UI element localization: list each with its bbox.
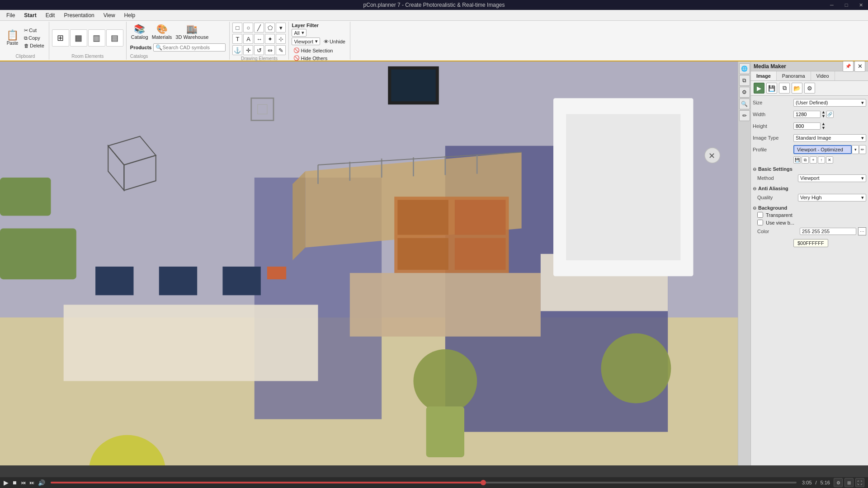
- room-el-3[interactable]: ▥: [88, 29, 105, 47]
- tab-image[interactable]: Image: [751, 71, 777, 80]
- image-type-dropdown[interactable]: Standard Image ▾: [793, 134, 866, 142]
- draw-dim[interactable]: ↔: [254, 34, 264, 44]
- copy-button[interactable]: ⧉ Copy: [22, 35, 46, 42]
- volume-button[interactable]: 🔊: [38, 479, 45, 486]
- pst-1[interactable]: 💾: [793, 156, 801, 164]
- play-button[interactable]: ▶: [4, 479, 9, 486]
- minimize-button[interactable]: ─: [825, 0, 839, 10]
- panel-pin-button[interactable]: 📌: [843, 61, 854, 72]
- draw-anchor[interactable]: ⚓: [232, 45, 242, 55]
- menu-edit[interactable]: Edit: [41, 10, 60, 20]
- menu-view[interactable]: View: [99, 10, 120, 20]
- room-el-4[interactable]: ▤: [106, 29, 123, 47]
- panel-close-button[interactable]: ✕: [854, 61, 865, 72]
- panel-body: Size (User Defined) ▾ Width ▲ ▼ 🔗 Height: [751, 96, 868, 465]
- profile-edit[interactable]: ✏: [859, 145, 866, 154]
- height-down[interactable]: ▼: [821, 126, 826, 130]
- draw-t1[interactable]: T: [232, 34, 242, 44]
- render-play-button[interactable]: ▶: [754, 83, 764, 94]
- media-maker-panel: Media Maker 📌 ✕ Image Panorama Video ▶ 💾…: [750, 61, 868, 465]
- draw-more[interactable]: ▾: [276, 23, 286, 33]
- render-save-button[interactable]: 💾: [766, 83, 777, 94]
- menu-start[interactable]: Start: [19, 10, 41, 20]
- status-settings3[interactable]: ⛶: [855, 478, 864, 487]
- status-settings2[interactable]: ⊞: [844, 478, 854, 487]
- width-input[interactable]: [793, 111, 821, 118]
- rt-settings[interactable]: ⚙: [739, 87, 750, 98]
- background-header[interactable]: ⊖ Background: [753, 205, 866, 211]
- rt-layers[interactable]: ⧉: [739, 75, 750, 86]
- width-down[interactable]: ▼: [821, 114, 826, 118]
- svg-rect-19: [267, 267, 286, 279]
- draw-rect[interactable]: □: [232, 23, 242, 33]
- draw-rotate[interactable]: ↺: [254, 45, 264, 55]
- viewport-dropdown[interactable]: Viewport ▾: [292, 38, 320, 45]
- hide-selection-button[interactable]: 🚫 Hide Selection: [292, 47, 347, 54]
- menu-file[interactable]: File: [2, 10, 19, 20]
- pst-4[interactable]: ↑: [818, 156, 825, 164]
- rt-search[interactable]: 🔍: [739, 99, 750, 109]
- method-dropdown[interactable]: Viewport ▾: [798, 174, 866, 182]
- svg-rect-38: [455, 238, 506, 270]
- delete-button[interactable]: 🗑 Delete: [22, 42, 46, 49]
- panel-title-bar: Media Maker 📌 ✕: [751, 61, 868, 71]
- render-settings-button[interactable]: ⚙: [804, 83, 815, 94]
- unhide-button[interactable]: 👁 Unhide: [322, 38, 347, 45]
- draw-t2[interactable]: A: [243, 34, 253, 44]
- room-el-1[interactable]: ⊞: [52, 29, 69, 47]
- profile-arrow[interactable]: ▾: [852, 145, 859, 154]
- progress-thumb[interactable]: [481, 480, 486, 485]
- pst-3[interactable]: +: [810, 156, 817, 164]
- room-el-2[interactable]: ▦: [70, 29, 87, 47]
- draw-icon2[interactable]: ⊹: [276, 34, 286, 44]
- warehouse-button[interactable]: 🏬 3D Warehouse: [175, 23, 209, 41]
- pst-5[interactable]: ✕: [826, 156, 833, 164]
- paste-button[interactable]: 📋 Paste: [5, 29, 20, 47]
- tab-video[interactable]: Video: [811, 71, 835, 80]
- progress-bar[interactable]: [51, 482, 797, 483]
- height-input[interactable]: [793, 122, 821, 130]
- size-dropdown[interactable]: (User Defined) ▾: [793, 99, 866, 107]
- width-row: Width ▲ ▼ 🔗: [753, 109, 866, 119]
- color-picker-button[interactable]: ⋯: [858, 227, 866, 235]
- transparent-checkbox[interactable]: [757, 212, 763, 218]
- draw-poly[interactable]: ⬠: [265, 23, 275, 33]
- hide-others-button[interactable]: 🚫 Hide Others: [292, 55, 347, 61]
- skip-forward-button[interactable]: ⏭: [29, 480, 34, 485]
- draw-circle[interactable]: ○: [243, 23, 253, 33]
- draw-icon1[interactable]: ✦: [265, 34, 275, 44]
- maximize-button[interactable]: □: [839, 0, 854, 10]
- stop-button[interactable]: ⏹: [12, 480, 17, 485]
- render-open-button[interactable]: 📂: [792, 83, 802, 94]
- skip-back-button[interactable]: ⏮: [21, 480, 26, 485]
- rt-pencil[interactable]: ✏: [739, 110, 750, 121]
- use-view-checkbox[interactable]: [757, 220, 763, 225]
- width-link[interactable]: 🔗: [826, 111, 834, 118]
- profile-dropdown[interactable]: Viewport - Optimized: [793, 145, 852, 154]
- rt-globe[interactable]: 🌐: [739, 63, 750, 74]
- anti-aliasing-header[interactable]: ⊖ Anti Aliasing: [753, 186, 866, 191]
- catalog-button[interactable]: 📚 Catalog: [130, 23, 149, 41]
- menu-help[interactable]: Help: [120, 10, 140, 20]
- cut-button[interactable]: ✂ Cut: [22, 27, 46, 34]
- tab-panorama[interactable]: Panorama: [777, 71, 811, 80]
- draw-move[interactable]: ✛: [243, 45, 253, 55]
- materials-button[interactable]: 🎨 Materials: [151, 23, 173, 41]
- render-copy-button[interactable]: ⧉: [779, 83, 790, 94]
- draw-edit[interactable]: ✎: [276, 45, 286, 55]
- draw-mirror[interactable]: ⇔: [265, 45, 275, 55]
- viewport[interactable]: ✕: [0, 61, 738, 465]
- menu-presentation[interactable]: Presentation: [59, 10, 99, 20]
- close-button[interactable]: ✕: [854, 0, 868, 10]
- status-settings1[interactable]: ⚙: [834, 478, 843, 487]
- svg-rect-8: [95, 267, 133, 295]
- search-input[interactable]: [162, 45, 225, 50]
- pst-2[interactable]: ⧉: [802, 156, 809, 164]
- search-box[interactable]: 🔍: [153, 43, 226, 52]
- quality-dropdown[interactable]: Very High ▾: [798, 194, 866, 202]
- draw-line[interactable]: ╱: [254, 23, 264, 33]
- use-view-label: Use view b...: [766, 220, 794, 225]
- basic-settings-header[interactable]: ⊖ Basic Settings: [753, 166, 866, 172]
- layer-all-dropdown[interactable]: All ▾: [292, 29, 306, 37]
- catalog-icons: 📚 Catalog 🎨 Materials 🏬 3D Warehouse: [130, 23, 226, 41]
